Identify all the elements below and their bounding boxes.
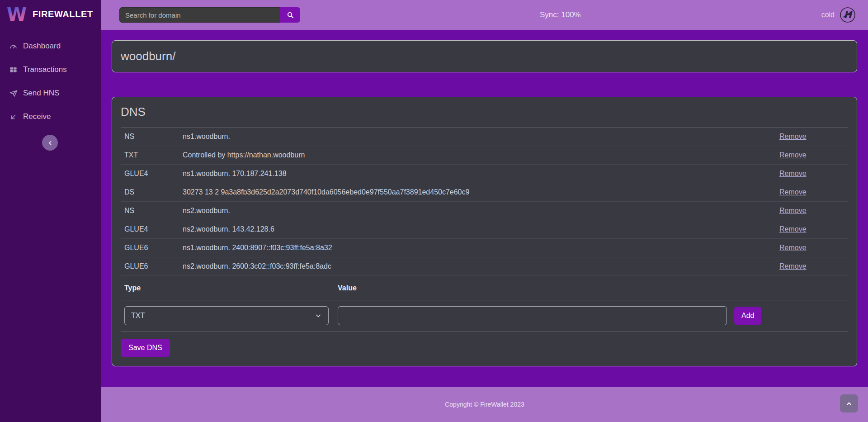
topbar: Sync: 100% cold H <box>101 0 868 30</box>
sidebar-item-receive[interactable]: Receive <box>0 105 101 128</box>
arrow-down-left-icon <box>9 113 18 121</box>
dns-record-row: TXT Controlled by https://nathan.woodbur… <box>121 146 848 165</box>
add-record-form-row: TXT Add <box>121 300 848 332</box>
record-value: Controlled by https://nathan.woodburn <box>183 151 779 159</box>
wallet-indicator: cold H <box>821 0 856 30</box>
record-type-select[interactable]: TXT <box>124 306 329 325</box>
sidebar-item-transactions[interactable]: Transactions <box>0 58 101 81</box>
record-value: ns1.woodburn. 2400:8907::f03c:93ff:fe5a:… <box>183 244 779 252</box>
dns-record-row: GLUE4 ns2.woodburn. 143.42.128.6 Remove <box>121 220 848 239</box>
send-icon <box>9 89 18 98</box>
add-record-header-row: Type Value <box>121 276 848 300</box>
value-column-header: Value <box>338 284 848 292</box>
table-icon <box>9 66 18 74</box>
sidebar-item-send-hns[interactable]: Send HNS <box>0 81 101 105</box>
dns-record-row: GLUE4 ns1.woodburn. 170.187.241.138 Remo… <box>121 165 848 183</box>
record-type: GLUE4 <box>121 225 183 233</box>
record-value: ns2.woodburn. 2600:3c02::f03c:93ff:fe5a:… <box>183 262 779 270</box>
footer: Copyright © FireWallet 2023 <box>101 387 868 422</box>
record-value: ns2.woodburn. 143.42.128.6 <box>183 225 779 233</box>
remove-record-link[interactable]: Remove <box>779 207 807 214</box>
handshake-hns-icon[interactable]: H <box>839 6 856 24</box>
domain-card: woodburn/ <box>112 40 857 72</box>
dns-record-row: DS 30273 13 2 9a3a8fb3d625d2a2073d740f10… <box>121 183 848 202</box>
chevron-up-icon <box>845 400 853 407</box>
type-column-header: Type <box>121 284 338 292</box>
search-input[interactable] <box>119 7 280 23</box>
search-button[interactable] <box>280 7 300 23</box>
record-value: ns1.woodburn. 170.187.241.138 <box>183 170 779 178</box>
record-value: ns1.woodburn. <box>183 133 779 141</box>
wallet-name: cold <box>821 11 835 19</box>
record-type: NS <box>121 207 183 215</box>
gauge-icon <box>9 42 18 51</box>
dns-section-title: DNS <box>121 97 848 127</box>
sidebar-item-label: Transactions <box>23 65 67 74</box>
sidebar: W FIREWALLET Dashboard <box>0 0 101 422</box>
firewallet-logo-icon: W <box>6 3 27 25</box>
dns-record-row: NS ns2.woodburn. Remove <box>121 202 848 220</box>
sidebar-item-dashboard[interactable]: Dashboard <box>0 34 101 58</box>
remove-record-link[interactable]: Remove <box>779 225 807 233</box>
add-record-button[interactable]: Add <box>734 307 761 325</box>
record-type: TXT <box>121 151 183 159</box>
record-value-input[interactable] <box>338 306 727 325</box>
remove-record-link[interactable]: Remove <box>779 244 807 251</box>
app-title: FIREWALLET <box>33 9 93 19</box>
dns-record-row: GLUE6 ns1.woodburn. 2400:8907::f03c:93ff… <box>121 239 848 257</box>
scroll-to-top-button[interactable] <box>840 394 858 413</box>
record-value: ns2.woodburn. <box>183 207 779 215</box>
dns-records-table: NS ns1.woodburn. Remove TXT Controlled b… <box>121 128 848 276</box>
main-content: woodburn/ DNS NS ns1.woodburn. Remove TX… <box>101 30 868 387</box>
search-icon <box>287 11 294 19</box>
record-type: GLUE6 <box>121 262 183 270</box>
sidebar-collapse-button[interactable] <box>42 135 58 151</box>
sidebar-item-label: Dashboard <box>23 42 61 51</box>
sidebar-item-label: Send HNS <box>23 89 59 98</box>
app-logo[interactable]: W FIREWALLET <box>0 0 101 28</box>
remove-record-link[interactable]: Remove <box>779 170 807 177</box>
save-dns-button[interactable]: Save DNS <box>121 339 170 357</box>
record-value: 30273 13 2 9a3a8fb3d625d2a2073d740f10da6… <box>183 188 779 196</box>
remove-record-link[interactable]: Remove <box>779 188 807 196</box>
record-type: GLUE4 <box>121 170 183 178</box>
dns-record-row: NS ns1.woodburn. Remove <box>121 128 848 146</box>
record-type-selected-value: TXT <box>131 312 145 320</box>
svg-text:H: H <box>844 9 853 20</box>
remove-record-link[interactable]: Remove <box>779 133 807 140</box>
record-type: NS <box>121 133 183 141</box>
chevron-down-icon <box>315 312 322 319</box>
dns-card: DNS NS ns1.woodburn. Remove TXT Controll… <box>112 97 857 366</box>
svg-text:W: W <box>7 4 27 25</box>
record-type: GLUE6 <box>121 244 183 252</box>
sidebar-item-label: Receive <box>23 112 51 121</box>
chevron-left-icon <box>47 139 54 147</box>
sidebar-nav: Dashboard Transactions Send HNS <box>0 34 101 128</box>
sync-status: Sync: 100% <box>540 0 581 30</box>
dns-record-row: GLUE6 ns2.woodburn. 2600:3c02::f03c:93ff… <box>121 257 848 276</box>
copyright-text: Copyright © FireWallet 2023 <box>101 387 868 422</box>
remove-record-link[interactable]: Remove <box>779 151 807 159</box>
domain-search <box>119 7 300 23</box>
record-type: DS <box>121 188 183 196</box>
domain-title: woodburn/ <box>121 49 175 63</box>
app-root: W FIREWALLET Dashboard <box>0 0 868 422</box>
remove-record-link[interactable]: Remove <box>779 262 807 270</box>
